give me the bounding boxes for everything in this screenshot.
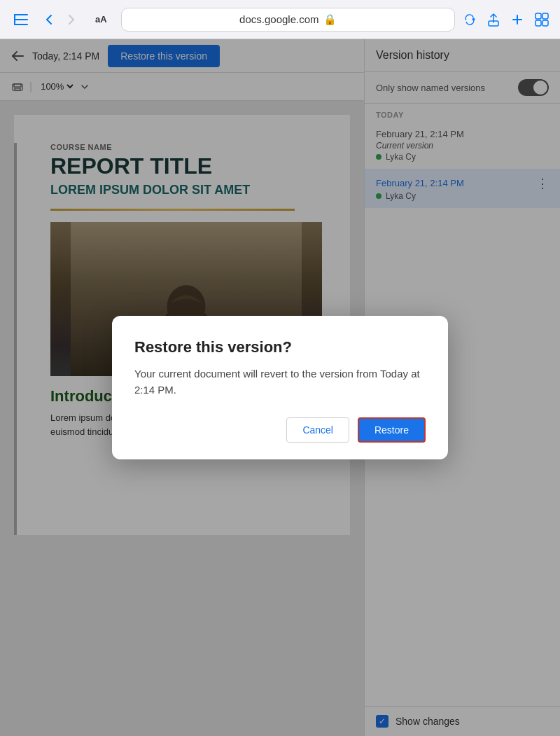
restore-dialog: Restore this version? Your current docum…	[112, 316, 448, 459]
svg-rect-7	[536, 20, 541, 26]
dialog-overlay[interactable]: Restore this version? Your current docum…	[0, 39, 560, 736]
nav-buttons	[39, 10, 81, 29]
dialog-actions: Cancel Restore	[134, 417, 426, 443]
back-button[interactable]	[39, 10, 59, 29]
address-text: docs.google.com	[239, 13, 318, 25]
lock-icon: 🔒	[323, 13, 337, 26]
svg-rect-8	[542, 20, 548, 26]
svg-rect-2	[14, 24, 28, 25]
browser-actions	[463, 13, 549, 27]
app-container: Today, 2:14 PM Restore this version | 10…	[0, 39, 560, 736]
svg-rect-1	[14, 19, 28, 20]
sidebar-toggle-button[interactable]	[11, 10, 31, 29]
svg-rect-0	[14, 14, 28, 15]
svg-rect-6	[542, 13, 548, 19]
new-tab-button[interactable]	[511, 13, 524, 26]
reader-mode-button[interactable]: aA	[90, 11, 113, 27]
svg-rect-5	[536, 13, 541, 19]
dialog-body: Your current document will revert to the…	[134, 366, 426, 398]
svg-rect-3	[14, 14, 15, 25]
browser-chrome: aA docs.google.com 🔒	[0, 0, 560, 39]
dialog-restore-button[interactable]: Restore	[358, 417, 426, 443]
reload-button[interactable]	[463, 13, 476, 26]
address-bar[interactable]: docs.google.com 🔒	[121, 8, 455, 32]
share-button[interactable]	[487, 13, 500, 27]
tabs-button[interactable]	[535, 13, 549, 27]
forward-button[interactable]	[62, 10, 81, 29]
dialog-cancel-button[interactable]: Cancel	[286, 417, 349, 443]
dialog-title: Restore this version?	[134, 338, 426, 356]
